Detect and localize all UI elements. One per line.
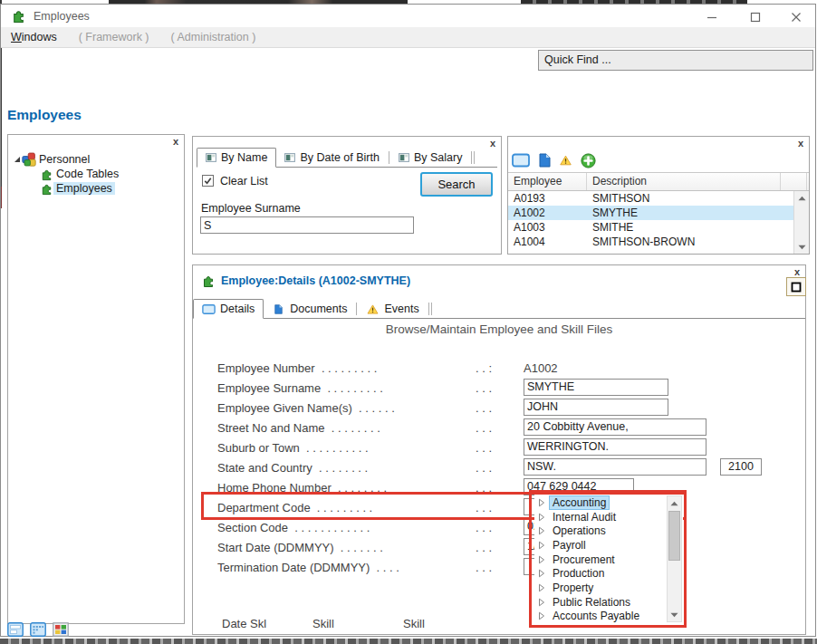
quick-find-input[interactable]: Quick Find ... bbox=[538, 50, 813, 71]
toolbar-add-icon[interactable] bbox=[581, 153, 596, 168]
dropdown-item-production[interactable]: Production bbox=[534, 566, 667, 581]
details-tab-icon bbox=[512, 153, 530, 168]
scroll-up-icon[interactable] bbox=[794, 191, 809, 205]
window-title: Employees bbox=[34, 10, 90, 23]
form-row-home-phone-number: Home Phone Number . . . . . . . .. . .04… bbox=[192, 478, 806, 498]
details-panel-close-button[interactable]: x bbox=[794, 267, 800, 277]
field-input-employee-surname[interactable]: SMYTHE bbox=[524, 379, 668, 396]
tab-label: Documents bbox=[290, 303, 347, 315]
toolbar-details-tab-icon[interactable] bbox=[512, 153, 530, 168]
form-row-state-and-country: State and Country . . . . . . . .. . .NS… bbox=[192, 458, 806, 478]
cell-description: SMITHE bbox=[587, 221, 786, 234]
tab-by-salary[interactable]: By Salary bbox=[390, 149, 471, 167]
field-input-street-no-and-name[interactable]: 20 Cobbitty Avenue, bbox=[524, 418, 706, 436]
tree-panel-close-button[interactable]: x bbox=[173, 137, 178, 147]
cell-employee: A0193 bbox=[508, 192, 587, 205]
toolbar-documents-icon[interactable] bbox=[539, 153, 551, 168]
restore-button[interactable] bbox=[786, 277, 806, 296]
dropdown-item-operations[interactable]: Operations bbox=[534, 524, 667, 538]
tab-by-name[interactable]: By Name bbox=[197, 148, 276, 168]
tree-item-personnel[interactable]: Personnel bbox=[13, 152, 92, 167]
dropdown-item-public-relations[interactable]: Public Relations bbox=[534, 595, 667, 610]
details-header: Employee:Details (A1002-SMYTHE) bbox=[201, 274, 410, 288]
field-input-state-and-country[interactable]: NSW. bbox=[524, 458, 706, 476]
field-label: Department Code . . . . . . . . . bbox=[217, 501, 372, 514]
page-title: Employees bbox=[7, 107, 82, 123]
postcode-field[interactable]: 2100 bbox=[720, 458, 762, 476]
minimize-button[interactable] bbox=[698, 10, 726, 24]
grid-header: EmployeeDescription bbox=[508, 173, 809, 191]
green-puzzle-icon bbox=[40, 168, 53, 181]
column-header-description[interactable]: Description bbox=[587, 173, 781, 190]
field-label: Home Phone Number . . . . . . . . bbox=[217, 481, 387, 495]
table-row[interactable]: A0193SMITHSON bbox=[508, 191, 793, 206]
menu-item-framework[interactable]: ( Framework ) bbox=[76, 29, 152, 45]
green-puzzle-icon bbox=[11, 8, 26, 24]
search-button[interactable]: Search bbox=[420, 172, 493, 197]
field-input-suburb-or-town[interactable]: WERRINGTON. bbox=[524, 438, 706, 456]
employee-list-close-button[interactable]: x bbox=[798, 139, 803, 149]
cell-description: SMYTHE bbox=[587, 207, 786, 219]
dropdown-item-payroll[interactable]: Payroll bbox=[534, 538, 667, 553]
expand-closed-icon bbox=[538, 583, 545, 592]
maximize-button[interactable] bbox=[742, 10, 769, 24]
table-row[interactable]: A1003SMITHE bbox=[508, 220, 793, 235]
tree-item-employees[interactable]: Employees bbox=[40, 181, 115, 196]
green-puzzle-icon bbox=[201, 274, 216, 288]
status-colors-icon[interactable] bbox=[53, 622, 69, 640]
employee-surname-input[interactable]: S bbox=[200, 216, 414, 234]
status-layout-top-icon[interactable] bbox=[7, 622, 24, 640]
scroll-up-icon[interactable] bbox=[668, 496, 681, 510]
status-layout-grid-icon[interactable] bbox=[30, 622, 46, 640]
tree-item-label: Personnel bbox=[36, 153, 92, 166]
column-header-employee[interactable]: Employee bbox=[508, 173, 587, 190]
close-icon bbox=[791, 12, 802, 23]
dropdown-item-property[interactable]: Property bbox=[534, 581, 667, 595]
field-label: Employee Surname . . . . . . . . . bbox=[217, 381, 383, 395]
field-input-employee-given-name-s[interactable]: JOHN bbox=[524, 399, 668, 416]
dropdown-item-accounting[interactable]: Accounting bbox=[534, 495, 667, 510]
layout-top-icon bbox=[7, 622, 24, 637]
layout-grid-icon bbox=[30, 622, 46, 637]
form-row-department-code: Department Code . . . . . . . . .. . . bbox=[192, 498, 806, 518]
navigation-tree-panel: x PersonnelCode TablesEmployees bbox=[7, 134, 185, 624]
form-row-employee-surname: Employee Surname . . . . . . . . .. . .S… bbox=[192, 379, 806, 399]
scrollbar-thumb[interactable] bbox=[668, 511, 680, 561]
green-puzzle-icon bbox=[201, 274, 216, 288]
expand-closed-icon bbox=[538, 598, 545, 607]
tab-details[interactable]: Details bbox=[193, 299, 264, 319]
scroll-down-icon[interactable] bbox=[794, 240, 809, 254]
expand-closed-icon bbox=[538, 569, 545, 578]
menu-item-windows[interactable]: Windows bbox=[8, 29, 60, 45]
field-label: Employee Number . . . . . . . . . bbox=[217, 361, 377, 375]
field-separator: . . . bbox=[476, 381, 492, 395]
dropdown-item-label: Property bbox=[550, 582, 596, 594]
table-row[interactable]: A1004SMITHSON-BROWN bbox=[508, 235, 793, 249]
dropdown-scrollbar[interactable] bbox=[667, 495, 682, 622]
tab-label: By Name bbox=[221, 151, 267, 164]
column-header-blank[interactable] bbox=[781, 173, 807, 190]
skill-column-2-skill: Skill bbox=[403, 617, 425, 630]
tree-item-code-tables[interactable]: Code Tables bbox=[40, 167, 121, 181]
clear-list-checkbox[interactable] bbox=[202, 175, 214, 187]
close-button[interactable] bbox=[783, 10, 810, 24]
dropdown-item-internal-audit[interactable]: Internal Audit bbox=[534, 510, 667, 524]
field-label: Termination Date (DDMMYY) . . . . bbox=[217, 561, 399, 574]
form-row-employee-number: Employee Number . . . . . . . . .. . :A1… bbox=[192, 359, 806, 379]
employee-list-scrollbar[interactable] bbox=[793, 191, 809, 254]
tab-documents[interactable]: Documents bbox=[264, 300, 355, 318]
tab-events[interactable]: Events bbox=[358, 300, 427, 318]
field-label: Section Code . . . . . . . . . . . . bbox=[217, 521, 370, 534]
tab-separator bbox=[356, 303, 357, 315]
tab-separator bbox=[389, 151, 389, 164]
field-separator: . . . bbox=[476, 541, 492, 554]
dropdown-item-procurement[interactable]: Procurement bbox=[534, 553, 667, 567]
menu-item-administration[interactable]: ( Administration ) bbox=[168, 29, 259, 45]
field-input-home-phone-number[interactable]: 047 629 0442 bbox=[524, 478, 634, 495]
scroll-down-icon[interactable] bbox=[668, 608, 681, 621]
table-row[interactable]: A1002SMYTHE bbox=[508, 206, 793, 220]
dropdown-item-accounts-payable[interactable]: Accounts Payable bbox=[534, 610, 667, 624]
toolbar-events-warning-icon[interactable] bbox=[560, 153, 572, 168]
form-row-street-no-and-name: Street No and Name . . . . . . . .. . .2… bbox=[192, 418, 806, 438]
tab-by-date-of-birth[interactable]: By Date of Birth bbox=[276, 149, 388, 167]
